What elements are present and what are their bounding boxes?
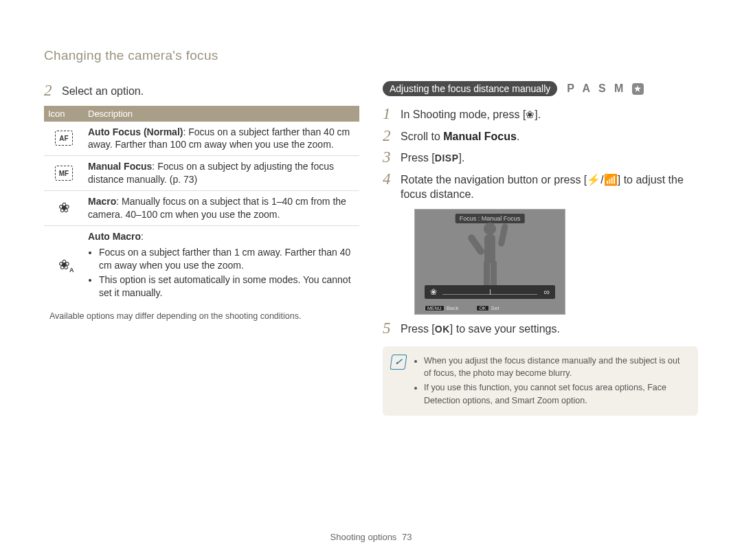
step-number: 4 — [383, 171, 401, 187]
step-text: Rotate the navigation button or press [⚡… — [401, 172, 698, 202]
list-item: When you adjust the focus distance manua… — [424, 355, 688, 381]
two-column-layout: 2 Select an option. Icon Description AF … — [44, 80, 698, 416]
step-text: Select an option. — [62, 84, 359, 99]
wifi-icon: 📶 — [604, 174, 618, 186]
macro-icon: ❀ — [58, 200, 70, 215]
ok-key-icon: OK — [435, 323, 450, 336]
svg-rect-3 — [497, 223, 508, 247]
left-column: 2 Select an option. Icon Description AF … — [44, 80, 359, 416]
svg-rect-1 — [484, 234, 495, 263]
step-1: 1 In Shooting mode, press [❀]. — [383, 107, 698, 122]
custom-mode-icon: ★ — [632, 83, 644, 95]
step-number: 1 — [383, 106, 401, 122]
svg-rect-2 — [466, 233, 486, 256]
info-icon: ✓ — [390, 355, 407, 370]
table-row: MF Manual Focus: Focus on a subject by a… — [44, 156, 359, 191]
page-number: 73 — [402, 532, 412, 542]
flash-icon: ⚡ — [587, 174, 600, 186]
svg-point-0 — [484, 223, 496, 235]
list-item: Focus on a subject farther than 1 cm awa… — [99, 246, 355, 272]
subheading-pill: Adjusting the focus distance manually — [383, 81, 557, 96]
macro-end-icon: ❀ — [430, 287, 437, 297]
row-description: Manual Focus: Focus on a subject by adju… — [84, 156, 359, 191]
row-description: Macro: Manually focus on a subject that … — [84, 191, 359, 226]
list-item: If you use this function, you cannot set… — [424, 381, 688, 407]
col-header-description: Description — [84, 106, 359, 122]
col-header-icon: Icon — [44, 106, 84, 122]
row-description: Auto Focus (Normal): Focus on a subject … — [84, 122, 359, 156]
mf-icon: MF — [55, 166, 73, 181]
step-number: 5 — [383, 320, 401, 336]
table-row: ❀ Macro: Manually focus on a subject tha… — [44, 191, 359, 226]
manual-page: Changing the camera's focus 2 Select an … — [0, 0, 742, 560]
table-row: AF Auto Focus (Normal): Focus on a subje… — [44, 122, 359, 156]
svg-rect-4 — [484, 260, 490, 288]
table-row: ❀ A Auto Macro: Focus on a subject farth… — [44, 225, 359, 304]
af-icon: AF — [55, 131, 73, 146]
camera-screen-preview: Focus : Manual Focus ❀ — [414, 209, 565, 315]
ok-key-icon: OK — [476, 305, 488, 311]
step-number: 3 — [383, 149, 401, 165]
subheading-row: Adjusting the focus distance manually P … — [383, 81, 698, 96]
page-footer: Shooting options 73 — [0, 532, 742, 542]
menu-key-icon: MENU — [425, 305, 445, 311]
step-2: 2 Scroll to Manual Focus. — [383, 129, 698, 144]
step-number: 2 — [44, 82, 62, 98]
disp-key-icon: DISP — [435, 152, 459, 165]
step-3: 3 Press [DISP]. — [383, 150, 698, 166]
step-4: 4 Rotate the navigation button or press … — [383, 172, 698, 202]
svg-rect-5 — [491, 260, 497, 288]
right-column: Adjusting the focus distance manually P … — [383, 80, 698, 416]
step-5: 5 Press [OK] to save your settings. — [383, 322, 698, 337]
infinity-end-icon: ∞ — [543, 287, 550, 297]
step-text: Scroll to Manual Focus. — [401, 129, 698, 144]
mode-indicators: P A S M ★ — [567, 82, 644, 95]
info-note-box: ✓ When you adjust the focus distance man… — [383, 346, 698, 416]
focus-options-table: Icon Description AF Auto Focus (Normal):… — [44, 106, 359, 305]
step-number: 2 — [383, 128, 401, 144]
step-text: In Shooting mode, press [❀]. — [401, 107, 698, 122]
screen-footer: MENUBack OKSet — [425, 305, 555, 311]
step-text: Press [OK] to save your settings. — [401, 322, 698, 337]
row-description: Auto Macro: Focus on a subject farther t… — [84, 225, 359, 304]
section-title: Changing the camera's focus — [44, 48, 698, 63]
focus-distance-slider: ❀ ∞ — [425, 285, 555, 299]
table-header-row: Icon Description — [44, 106, 359, 122]
conditions-note: Available options may differ depending o… — [49, 311, 359, 321]
step-select-option: 2 Select an option. — [44, 84, 359, 99]
person-silhouette-icon — [466, 221, 514, 289]
step-text: Press [DISP]. — [401, 150, 698, 166]
auto-macro-icon: ❀ — [58, 257, 70, 272]
list-item: This option is set automatically in some… — [99, 273, 355, 300]
macro-button-icon: ❀ — [526, 109, 535, 120]
